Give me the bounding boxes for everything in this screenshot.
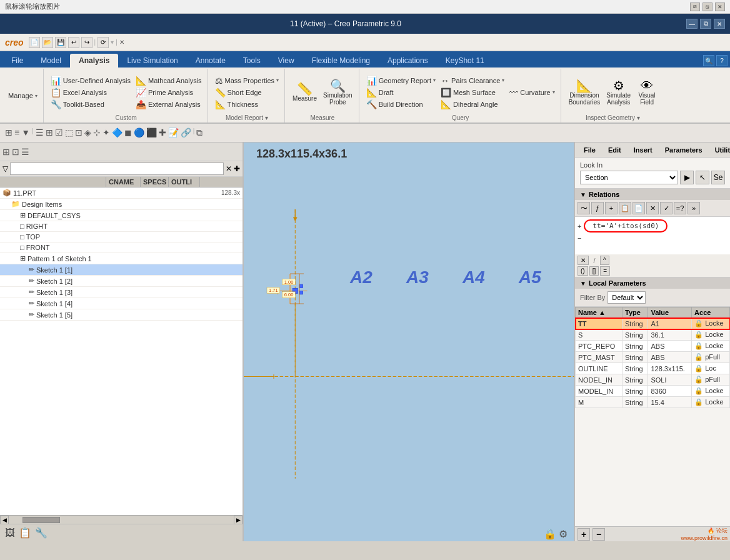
- tb-icon-list[interactable]: ≡: [14, 128, 19, 138]
- tree-filter-input[interactable]: [10, 162, 224, 175]
- op-caret[interactable]: ^: [600, 256, 609, 265]
- status-icon2[interactable]: 📋: [19, 527, 31, 539]
- rel-btn-fn[interactable]: ƒ: [591, 202, 604, 214]
- param-row-0[interactable]: TTStringA1🔒 Locke: [576, 318, 730, 329]
- tree-item-front[interactable]: □FRONT: [0, 242, 242, 253]
- build-direction-btn[interactable]: 🔨Build Direction: [364, 99, 438, 110]
- tab-analysis[interactable]: Analysis: [70, 54, 118, 68]
- look-in-select[interactable]: Section Part Assembly: [580, 171, 678, 184]
- rmenu-parameters[interactable]: Parameters: [661, 145, 706, 155]
- tree-item-sketch1-2[interactable]: ✏Sketch 1 [2]: [0, 276, 242, 287]
- status-icon1[interactable]: 🖼: [5, 528, 15, 539]
- tree-item-design-items[interactable]: 📁Design Items: [0, 199, 242, 210]
- new-btn[interactable]: 📄: [29, 37, 40, 48]
- thickness-btn[interactable]: 📐Thickness: [213, 99, 281, 110]
- tab-model[interactable]: Model: [32, 54, 70, 68]
- measure-btn[interactable]: 📏 Measure: [290, 81, 319, 103]
- tree-item-top[interactable]: □TOP: [0, 232, 242, 242]
- tree-item-sketch1-4[interactable]: ✏Sketch 1 [4]: [0, 298, 242, 309]
- ribbon-search[interactable]: 🔍: [703, 55, 714, 66]
- tree-item-right[interactable]: □RIGHT: [0, 221, 242, 232]
- filter-add[interactable]: ✚: [234, 164, 240, 173]
- filter-clear[interactable]: ✕: [226, 164, 232, 173]
- view-icon2[interactable]: ⚙: [559, 528, 568, 540]
- param-row-5[interactable]: NODEL_INStringSOLI🔓 pFull: [576, 374, 730, 386]
- tb-icon-9[interactable]: 🔷: [112, 128, 122, 138]
- tree-item-pattern1[interactable]: ⊞Pattern 1 of Sketch 1: [0, 253, 242, 264]
- tb-icon-3[interactable]: ☑: [55, 128, 63, 138]
- regen-btn[interactable]: ⟳: [98, 37, 109, 48]
- undo-btn[interactable]: ↩: [68, 37, 79, 48]
- tab-keyshot[interactable]: KeyShot 11: [437, 54, 493, 68]
- status-icon3[interactable]: 🔧: [35, 527, 48, 539]
- param-row-2[interactable]: PTC_REPOStringABS🔒 Locke: [576, 341, 730, 352]
- tree-item-sketch1-1[interactable]: ✏Sketch 1 [1]: [0, 264, 242, 276]
- toolkit-based-btn[interactable]: 🔧Toolkit-Based: [49, 99, 132, 110]
- prime-analysis-btn[interactable]: 📈Prime Analysis: [134, 87, 204, 98]
- op-parens[interactable]: (): [578, 266, 588, 276]
- excel-analysis-btn[interactable]: 📋Excel Analysis: [49, 87, 132, 98]
- draft-btn[interactable]: 📐Draft: [364, 87, 438, 98]
- rmenu-file[interactable]: File: [580, 145, 599, 155]
- col-value-header[interactable]: Value: [648, 308, 692, 318]
- relations-header[interactable]: ▼ Relations: [575, 189, 730, 200]
- param-row-1[interactable]: SString36.1🔒 Locke: [576, 329, 730, 341]
- mesh-surface-btn[interactable]: 🔲Mesh Surface: [439, 87, 506, 98]
- scroll-right[interactable]: ▶: [234, 516, 242, 524]
- rel-btn-more[interactable]: »: [688, 202, 700, 214]
- param-row-7[interactable]: MString15.4🔒 Locke: [576, 397, 730, 408]
- short-edge-btn[interactable]: 📏Short Edge: [213, 87, 281, 98]
- external-analysis-btn[interactable]: 📤External Analysis: [134, 99, 204, 110]
- tab-flexible-modeling[interactable]: Flexible Modeling: [303, 54, 379, 68]
- close-btn[interactable]: ✕: [714, 19, 725, 29]
- pairs-clearance-btn[interactable]: ↔Pairs Clearance▾: [439, 75, 506, 86]
- look-in-cursor-btn[interactable]: ↖: [696, 171, 709, 184]
- tree-hscrollbar[interactable]: ◀ ▶: [0, 515, 242, 524]
- user-defined-analysis-btn[interactable]: 📊User-Defined Analysis: [49, 75, 132, 86]
- redo-btn[interactable]: ↪: [81, 37, 92, 48]
- mathcad-analysis-btn[interactable]: 📐Mathcad Analysis: [134, 75, 204, 86]
- rel-formula-text[interactable]: tt='A'+itos(sd0): [590, 221, 661, 231]
- param-row-3[interactable]: PTC_MASTStringABS🔓 pFull: [576, 352, 730, 363]
- tree-item-11prt[interactable]: 📦11.PRT128.3x: [0, 188, 242, 199]
- browser-close[interactable]: ✕: [715, 2, 725, 11]
- op-equals[interactable]: =: [600, 266, 610, 276]
- dimension-boundaries-btn[interactable]: 📐 DimensionBoundaries: [566, 78, 603, 107]
- look-in-browse-btn[interactable]: ▶: [680, 171, 694, 184]
- col-access-header[interactable]: Acce: [692, 308, 730, 318]
- col-type-header[interactable]: Type: [622, 308, 648, 318]
- tb-icon-10[interactable]: ◼: [124, 128, 132, 138]
- rel-btn-plus[interactable]: +: [605, 202, 618, 214]
- rel-btn-paste[interactable]: 📄: [632, 202, 645, 214]
- restore-btn[interactable]: ⧉: [700, 19, 711, 29]
- scroll-left[interactable]: ◀: [0, 516, 9, 524]
- op-brackets[interactable]: []: [589, 266, 599, 276]
- open-btn[interactable]: 📂: [42, 37, 53, 48]
- op-close[interactable]: ✕: [578, 256, 589, 265]
- rel-btn-params[interactable]: =?: [674, 202, 686, 214]
- tb-icon-5[interactable]: ⊡: [75, 128, 82, 138]
- tree-tb-icon2[interactable]: ⊡: [12, 147, 19, 157]
- tab-tools[interactable]: Tools: [234, 54, 269, 68]
- view-icon1[interactable]: 🔒: [544, 528, 556, 540]
- manage-dropdown[interactable]: Manage▾: [6, 91, 39, 100]
- tab-applications[interactable]: Applications: [379, 54, 437, 68]
- tb-icon-4[interactable]: ⬚: [65, 128, 73, 138]
- simulation-probe-btn[interactable]: 🔍 SimulationProbe: [321, 78, 355, 107]
- tb-icon-arrow[interactable]: ⧉: [196, 128, 202, 138]
- tb-icon-15[interactable]: 🔗: [181, 128, 191, 138]
- scroll-thumb[interactable]: [22, 517, 60, 523]
- tb-icon-grid[interactable]: ⊞: [5, 128, 12, 138]
- rmenu-edit[interactable]: Edit: [604, 145, 625, 155]
- tab-annotate[interactable]: Annotate: [187, 54, 234, 68]
- browser-minimize[interactable]: ⧄: [690, 2, 700, 11]
- look-in-extra-btn[interactable]: Se: [711, 171, 725, 184]
- rel-btn-copy[interactable]: 📋: [619, 202, 631, 214]
- rel-btn-delete[interactable]: ✕: [646, 202, 659, 214]
- tb-icon-14[interactable]: 📝: [168, 128, 179, 138]
- minimize-btn[interactable]: —: [686, 19, 698, 29]
- local-params-header[interactable]: ▼ Local Parameters: [575, 278, 730, 289]
- simulate-analysis-btn[interactable]: ⚙ SimulateAnalysis: [604, 78, 633, 107]
- tree-tb-icon1[interactable]: ⊞: [2, 147, 10, 157]
- browser-maximize[interactable]: ⧅: [702, 2, 712, 11]
